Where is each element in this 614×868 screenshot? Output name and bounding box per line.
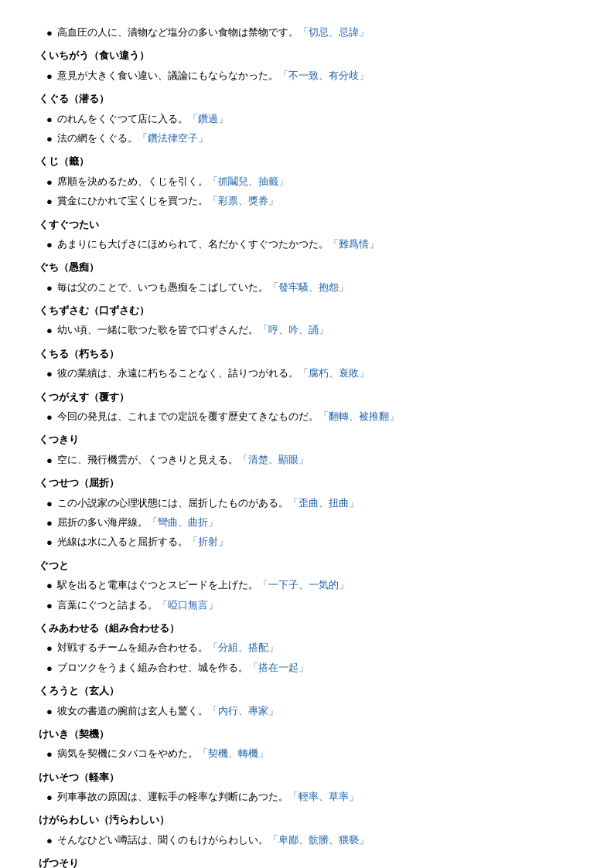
item-text: 今回の発見は、これまでの定説を覆す歴史てきなものだ。「翻轉、被推翻」 <box>57 407 399 425</box>
item-text: 対戦するチームを組み合わせる。「分組、搭配」 <box>57 638 278 656</box>
bullet-icon: ● <box>46 703 53 720</box>
item-text: 賞金にひかれて宝くじを買つた。「彩票、獎券」 <box>57 192 278 209</box>
entry-heading: くじ（籤） <box>39 152 575 170</box>
entry-heading: くつせつ（屈折） <box>39 474 575 492</box>
list-item: ● 席順を決めるため、くじを引く。「抓鬮兒、抽籤」 <box>46 172 575 191</box>
list-item: ● 列車事故の原因は、運転手の軽率な判断にあつた。「輕率、草率」 <box>46 788 575 806</box>
list-item: ● のれんをくぐつて店に入る。「鑽過」 <box>46 110 575 128</box>
item-text: この小説家の心理状態には、屈折したものがある。「歪曲、扭曲」 <box>57 494 359 512</box>
bullet-icon: ● <box>46 173 53 191</box>
list-item: ● 今回の発見は、これまでの定説を覆す歴史てきなものだ。「翻轉、被推翻」 <box>46 407 575 426</box>
list-item: ● 病気を契機にタバコをやめた。「契機、轉機」 <box>46 744 575 763</box>
entry-heading: くちずさむ（口ずさむ） <box>39 301 575 319</box>
bullet-icon: ● <box>46 130 53 148</box>
entry-heading: くろうと（玄人） <box>39 682 575 700</box>
bullet-icon: ● <box>46 236 53 254</box>
item-text: 言葉にぐつと詰まる。「啞口無言」 <box>57 596 218 614</box>
list-item: ● 屈折の多い海岸線。「彎曲、曲折」 <box>46 513 575 532</box>
bullet-icon: ● <box>46 788 53 806</box>
item-text: 席順を決めるため、くじを引く。「抓鬮兒、抽籤」 <box>57 172 288 190</box>
list-item: ● 駅を出ると電車はぐつとスピードを上げた。「一下子、一気的」 <box>46 576 575 594</box>
bullet-icon: ● <box>46 832 53 849</box>
item-text: 空に、飛行機雲が、くつきりと見える。「清楚、顯眼」 <box>57 451 309 468</box>
page-content: ● 高血圧の人に、漬物など塩分の多い食物は禁物です。「切忌、忌諱」 くいちがう（… <box>39 23 575 868</box>
item-text: のれんをくぐつて店に入る。「鑽過」 <box>57 110 228 128</box>
list-item: ● 対戦するチームを組み合わせる。「分組、搭配」 <box>46 638 575 657</box>
bullet-icon: ● <box>46 514 53 532</box>
item-text: 彼女の書道の腕前は玄人も驚く。「内行、專家」 <box>57 702 278 720</box>
list-item: ● 毎は父のことで、いつも愚痴をこばしていた。「發牢騷、抱怨」 <box>46 278 575 297</box>
entry-heading: ぐつと <box>39 557 575 574</box>
list-item: ● そんなひどい噂話は、聞くのもけがらわしい。「卑鄙、骯髒、猥褻」 <box>46 831 575 849</box>
list-item: ● 賞金にひかれて宝くじを買つた。「彩票、獎券」 <box>46 192 575 210</box>
bullet-icon: ● <box>46 67 53 85</box>
entry-heading: くぐる（潜る） <box>39 90 575 107</box>
entry-heading: ぐち（愚痴） <box>39 258 575 276</box>
item-text: 毎は父のことで、いつも愚痴をこばしていた。「發牢騷、抱怨」 <box>57 278 349 296</box>
list-item: ● ブロツクをうまく組み合わせ、城を作る。「搭在一起」 <box>46 659 575 677</box>
bullet-icon: ● <box>46 533 53 551</box>
entry-heading: くつがえす（覆す） <box>39 388 575 406</box>
bullet-icon: ● <box>46 279 53 297</box>
bullet-icon: ● <box>46 192 53 210</box>
item-text: 屈折の多い海岸線。「彎曲、曲折」 <box>57 513 218 531</box>
entry-heading: けがらわしい（汚らわしい） <box>39 811 575 829</box>
item-text: 意見が大きく食い違い、議論にもならなかった。「不一致、有分歧」 <box>57 66 369 84</box>
list-item: ● 彼の業績は、永遠に朽ちることなく、詰りつがれる。「腐朽、衰敗」 <box>46 364 575 383</box>
item-text: 病気を契機にタバコをやめた。「契機、轉機」 <box>57 744 268 762</box>
bullet-icon: ● <box>46 111 53 128</box>
item-text: そんなひどい噂話は、聞くのもけがらわしい。「卑鄙、骯髒、猥褻」 <box>57 831 369 849</box>
bullet-icon: ● <box>46 322 53 339</box>
bullet-icon: ● <box>46 577 53 594</box>
bullet-icon: ● <box>46 745 53 763</box>
bullet-icon: ● <box>46 365 53 383</box>
item-text: 彼の業績は、永遠に朽ちることなく、詰りつがれる。「腐朽、衰敗」 <box>57 364 369 382</box>
bullet-icon: ● <box>46 639 53 657</box>
item-text: 法の網をくぐる。「鑽法律空子」 <box>57 129 208 147</box>
list-item: ● この小説家の心理状態には、屈折したものがある。「歪曲、扭曲」 <box>46 494 575 512</box>
bullet-icon: ● <box>46 24 53 42</box>
entry-heading: くいちがう（食い違う） <box>39 46 575 64</box>
entry-heading: くつきり <box>39 431 575 448</box>
entry-heading: くちる（朽ちる） <box>39 345 575 363</box>
entry-heading: けいそつ（軽率） <box>39 768 575 786</box>
bullet-icon: ● <box>46 659 53 677</box>
entry-heading: けいき（契機） <box>39 725 575 743</box>
bullet-icon: ● <box>46 408 53 426</box>
list-item: ● 言葉にぐつと詰まる。「啞口無言」 <box>46 596 575 614</box>
list-item: ● 意見が大きく食い違い、議論にもならなかった。「不一致、有分歧」 <box>46 66 575 85</box>
list-item: ● 幼い頃、一緒に歌つた歌を皆で口ずさんだ。「哼、吟、誦」 <box>46 321 575 339</box>
list-item: ● 法の網をくぐる。「鑽法律空子」 <box>46 129 575 148</box>
item-text: 光線は水に入ると屈折する。「折射」 <box>57 533 228 550</box>
list-item: ● あまりにも大げさにほめられて、名だかくすぐつたかつた。「難爲情」 <box>46 235 575 254</box>
list-item: ● 高血圧の人に、漬物など塩分の多い食物は禁物です。「切忌、忌諱」 <box>46 23 575 42</box>
list-item: ● 光線は水に入ると屈折する。「折射」 <box>46 533 575 551</box>
item-text: ブロツクをうまく組み合わせ、城を作る。「搭在一起」 <box>57 659 309 676</box>
item-text: 幼い頃、一緒に歌つた歌を皆で口ずさんだ。「哼、吟、誦」 <box>57 321 329 339</box>
item-text: 列車事故の原因は、運転手の軽率な判断にあつた。「輕率、草率」 <box>57 788 359 805</box>
list-item: ● 空に、飛行機雲が、くつきりと見える。「清楚、顯眼」 <box>46 451 575 469</box>
entry-heading: くみあわせる（組み合わせる） <box>39 619 575 637</box>
entry-heading: げつそり <box>39 854 575 868</box>
bullet-icon: ● <box>46 597 53 614</box>
bullet-icon: ● <box>46 451 53 469</box>
list-item: ● 彼女の書道の腕前は玄人も驚く。「内行、專家」 <box>46 702 575 720</box>
entry-heading: くすぐつたい <box>39 216 575 233</box>
item-text: 高血圧の人に、漬物など塩分の多い食物は禁物です。「切忌、忌諱」 <box>57 23 369 41</box>
bullet-icon: ● <box>46 495 53 512</box>
item-text: 駅を出ると電車はぐつとスピードを上げた。「一下子、一気的」 <box>57 576 349 594</box>
item-text: あまりにも大げさにほめられて、名だかくすぐつたかつた。「難爲情」 <box>57 235 379 253</box>
